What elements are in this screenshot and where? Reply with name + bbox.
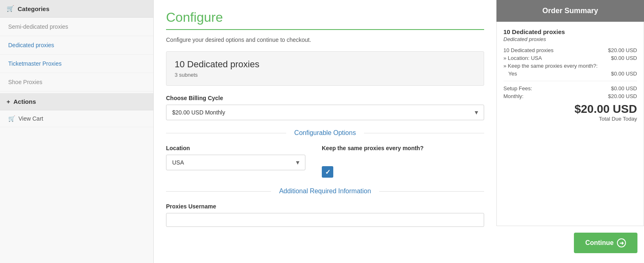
actions-header: + Actions <box>0 93 153 110</box>
sidebar-item-dedicated-label: Dedicated proxies <box>8 42 54 48</box>
order-line-4-value: $0.00 USD <box>607 71 637 77</box>
location-select[interactable]: USA <box>166 155 305 170</box>
order-product-title: 10 Dedicated proxies <box>503 28 637 35</box>
sidebar-item-ticketmaster-label: Ticketmaster Proxies <box>8 60 61 67</box>
continue-button[interactable]: Continue ➜ <box>574 233 637 253</box>
additional-info-divider: Additional Required Information <box>166 188 484 195</box>
order-line-3: » Keep the same proxies every month?: <box>503 63 637 69</box>
order-line-2: » Location: USA $0.00 USD <box>503 55 637 61</box>
same-proxies-checkbox-wrapper <box>322 166 423 178</box>
setup-fees-line: Setup Fees: $0.00 USD <box>503 85 637 91</box>
actions-label: Actions <box>14 98 36 105</box>
setup-fees-value: $0.00 USD <box>611 85 637 91</box>
configurable-options: Location USA ▼ Keep the same proxies eve… <box>166 145 484 178</box>
divider-left <box>166 133 286 133</box>
order-divider <box>503 81 637 81</box>
order-line-2-label: » Location: USA <box>503 55 542 61</box>
continue-arrow-icon: ➜ <box>617 238 626 247</box>
monthly-line: Monthly: $20.00 USD <box>503 93 637 99</box>
right-panel: Order Summary 10 Dedicated proxies Dedic… <box>496 0 644 263</box>
cart-icon: 🛒 <box>7 5 14 12</box>
order-line-3-label: » Keep the same proxies every month?: <box>503 63 598 69</box>
proxies-username-label: Proxies Username <box>166 203 484 210</box>
order-line-4-label: Yes <box>508 71 517 77</box>
order-line-1: 10 Dedicated proxies $20.00 USD <box>503 47 637 53</box>
categories-header: 🛒 Categories <box>0 0 153 18</box>
main-content: Configure Configure your desired options… <box>154 0 496 263</box>
additional-divider-right <box>379 191 484 192</box>
monthly-label: Monthly: <box>503 93 523 99</box>
location-label: Location <box>166 145 305 151</box>
order-line-2-value: $0.00 USD <box>607 55 637 61</box>
monthly-value: $20.00 USD <box>608 93 637 99</box>
order-summary-header: Order Summary <box>496 0 644 22</box>
subtitle: Configure your desired options and conti… <box>166 37 484 43</box>
same-proxies-group: Keep the same proxies every month? <box>322 145 423 178</box>
plus-icon: + <box>7 98 10 105</box>
product-name: 10 Dedicated proxies <box>175 59 476 70</box>
billing-cycle-wrapper: $20.00 USD Monthly ▼ <box>166 105 484 120</box>
order-summary-body: 10 Dedicated proxies Dedicated proxies 1… <box>496 22 644 226</box>
continue-label: Continue <box>585 239 614 247</box>
same-proxies-checkbox[interactable] <box>322 166 333 178</box>
order-product-subtitle: Dedicated proxies <box>503 36 637 42</box>
setup-fees-label: Setup Fees: <box>503 85 532 91</box>
additional-info-label: Additional Required Information <box>271 188 379 195</box>
location-group: Location USA ▼ <box>166 145 305 170</box>
billing-cycle-label: Choose Billing Cycle <box>166 95 484 101</box>
sidebar-item-ticketmaster[interactable]: Ticketmaster Proxies <box>0 55 153 73</box>
sidebar-item-dedicated[interactable]: Dedicated proxies <box>0 36 153 55</box>
sidebar-item-shoe[interactable]: Shoe Proxies <box>0 73 153 91</box>
configurable-options-label: Configurable Options <box>286 129 364 137</box>
product-box: 10 Dedicated proxies 3 subnets <box>166 51 484 86</box>
sidebar-item-semi-dedicated[interactable]: Semi-dedicated proxies <box>0 18 153 36</box>
divider-right <box>364 133 484 133</box>
billing-cycle-select[interactable]: $20.00 USD Monthly <box>166 105 484 120</box>
same-proxies-label: Keep the same proxies every month? <box>322 145 423 151</box>
view-cart-label: View Cart <box>18 115 43 122</box>
view-cart-icon: 🛒 <box>8 115 15 122</box>
proxies-username-input[interactable] <box>166 213 484 227</box>
configurable-options-divider: Configurable Options <box>166 129 484 137</box>
order-line-4: Yes $0.00 USD <box>503 71 637 77</box>
total-due-label: Total Due Today <box>503 116 637 122</box>
location-select-wrapper: USA ▼ <box>166 155 305 170</box>
order-line-1-value: $20.00 USD <box>604 47 637 53</box>
sidebar: 🛒 Categories Semi-dedicated proxies Dedi… <box>0 0 154 263</box>
sidebar-item-shoe-label: Shoe Proxies <box>8 79 42 85</box>
order-line-1-label: 10 Dedicated proxies <box>503 47 553 53</box>
view-cart-item[interactable]: 🛒 View Cart <box>0 110 153 127</box>
sidebar-item-semi-dedicated-label: Semi-dedicated proxies <box>8 23 68 30</box>
product-subnets: 3 subnets <box>175 72 198 78</box>
additional-divider-left <box>166 191 271 192</box>
page-title: Configure <box>166 10 484 30</box>
categories-label: Categories <box>18 5 50 12</box>
total-amount: $20.00 USD <box>503 103 637 116</box>
